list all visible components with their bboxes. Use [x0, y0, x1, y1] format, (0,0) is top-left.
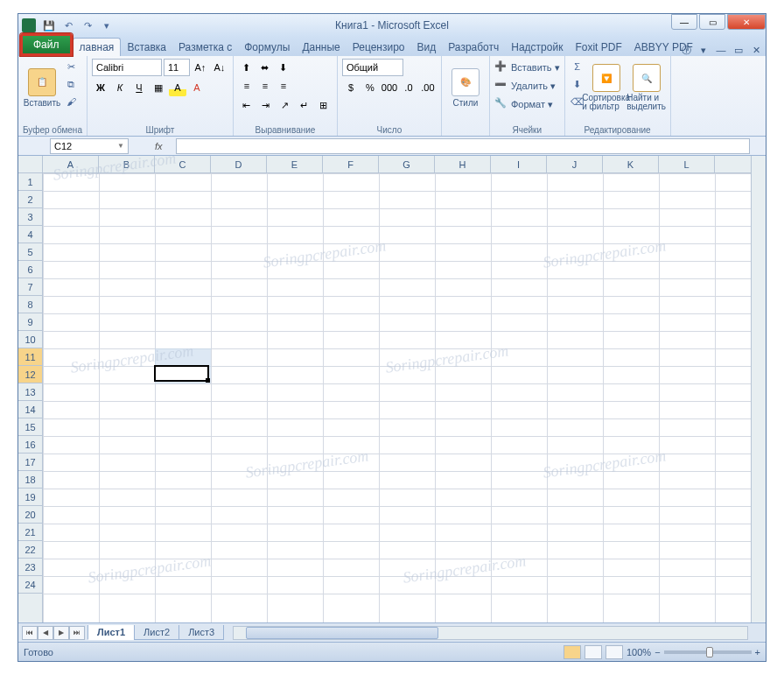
font-color-icon[interactable]: A: [188, 79, 206, 96]
sheet-nav-next-icon[interactable]: ▶: [53, 626, 69, 640]
row-header[interactable]: 9: [18, 313, 42, 331]
sheet-nav-last-icon[interactable]: ⏭: [69, 626, 85, 640]
close-button[interactable]: ✕: [727, 14, 766, 30]
row-header[interactable]: 17: [18, 454, 42, 471]
row-header[interactable]: 19: [18, 489, 42, 506]
tab-layout[interactable]: Разметка с: [172, 39, 238, 56]
qat-more-icon[interactable]: ▾: [99, 18, 115, 33]
row-header[interactable]: 16: [18, 436, 42, 454]
tab-developer[interactable]: Разработч: [442, 39, 505, 56]
column-header[interactable]: C: [155, 156, 211, 172]
column-header[interactable]: E: [267, 156, 323, 172]
name-box-dropdown-icon[interactable]: ▼: [117, 142, 124, 150]
row-header[interactable]: 4: [18, 226, 42, 243]
column-header[interactable]: I: [491, 156, 547, 172]
column-header[interactable]: A: [43, 156, 99, 172]
styles-button[interactable]: 🎨 Стили: [446, 59, 485, 116]
increase-decimal-icon[interactable]: .0: [400, 79, 417, 96]
sheet-nav-prev-icon[interactable]: ◀: [38, 626, 53, 640]
fx-button[interactable]: fx: [155, 141, 172, 151]
row-header[interactable]: 2: [18, 191, 42, 208]
column-header[interactable]: G: [379, 156, 435, 172]
tab-foxit[interactable]: Foxit PDF: [569, 39, 627, 56]
column-header[interactable]: B: [99, 156, 155, 172]
name-box[interactable]: C12 ▼: [50, 138, 129, 154]
maximize-button[interactable]: ▭: [699, 14, 725, 30]
formula-input[interactable]: [176, 138, 750, 154]
increase-font-icon[interactable]: A↑: [192, 59, 209, 76]
row-header[interactable]: 24: [18, 576, 42, 594]
align-top-icon[interactable]: ⬆: [238, 59, 256, 76]
tab-home[interactable]: лавная: [73, 38, 122, 56]
underline-button[interactable]: Ч: [130, 79, 148, 96]
redo-icon[interactable]: ↷: [80, 18, 95, 33]
minimize-button[interactable]: —: [671, 14, 697, 30]
page-layout-view-icon[interactable]: [584, 645, 602, 659]
fill-color-icon[interactable]: A: [169, 79, 186, 96]
vertical-scrollbar[interactable]: [751, 156, 766, 622]
tab-view[interactable]: Вид: [411, 39, 443, 56]
delete-cells-button[interactable]: ➖Удалить ▾: [494, 77, 560, 95]
decrease-indent-icon[interactable]: ⇤: [238, 96, 256, 114]
doc-restore-icon[interactable]: ▭: [732, 44, 745, 56]
row-header[interactable]: 15: [18, 418, 42, 436]
column-header[interactable]: D: [211, 156, 267, 172]
column-header[interactable]: K: [603, 156, 659, 172]
sheet-tab[interactable]: Лист3: [178, 625, 224, 640]
wrap-text-icon[interactable]: ↵: [296, 96, 313, 114]
doc-minimize-icon[interactable]: —: [715, 44, 727, 56]
tab-insert[interactable]: Вставка: [121, 39, 172, 56]
row-header[interactable]: 3: [18, 208, 42, 226]
sort-filter-button[interactable]: 🔽 Сортировка и фильтр: [587, 59, 626, 116]
cut-icon[interactable]: ✂: [63, 59, 79, 74]
row-header[interactable]: 5: [18, 243, 42, 261]
doc-close-icon[interactable]: ✕: [750, 44, 762, 56]
comma-icon[interactable]: 000: [381, 79, 398, 96]
column-header[interactable]: F: [323, 156, 379, 172]
merge-icon[interactable]: ⊞: [315, 96, 332, 114]
tab-addins[interactable]: Надстройк: [505, 39, 569, 56]
align-left-icon[interactable]: ≡: [238, 77, 256, 95]
column-header[interactable]: L: [659, 156, 715, 172]
row-header[interactable]: 22: [18, 541, 42, 559]
file-tab[interactable]: Файл: [20, 33, 73, 56]
zoom-out-button[interactable]: −: [654, 647, 660, 657]
bold-button[interactable]: Ж: [92, 79, 109, 96]
sheet-tab[interactable]: Лист1: [88, 625, 135, 640]
row-header[interactable]: 14: [18, 401, 42, 418]
autosum-icon[interactable]: Σ: [570, 59, 585, 74]
paste-button[interactable]: 📋 Вставить: [23, 59, 61, 116]
column-header[interactable]: H: [435, 156, 491, 172]
column-header[interactable]: J: [547, 156, 603, 172]
align-middle-icon[interactable]: ⬌: [256, 59, 274, 76]
insert-cells-button[interactable]: ➕Вставить ▾: [494, 59, 560, 76]
tab-data[interactable]: Данные: [296, 39, 346, 56]
percent-icon[interactable]: %: [361, 79, 379, 96]
row-header[interactable]: 7: [18, 278, 42, 296]
sheet-nav-first-icon[interactable]: ⏮: [22, 626, 38, 640]
row-header[interactable]: 20: [18, 506, 42, 524]
normal-view-icon[interactable]: [564, 645, 581, 659]
align-bottom-icon[interactable]: ⬇: [275, 59, 292, 76]
row-header[interactable]: 10: [18, 331, 42, 348]
minimize-ribbon-icon[interactable]: ▾: [697, 44, 710, 56]
row-header[interactable]: 8: [18, 296, 42, 313]
orientation-icon[interactable]: ↗: [276, 96, 294, 114]
format-painter-icon[interactable]: 🖌: [63, 94, 79, 109]
tab-review[interactable]: Рецензиро: [346, 39, 411, 56]
row-header[interactable]: 6: [18, 261, 42, 278]
font-size-select[interactable]: [164, 59, 190, 76]
format-cells-button[interactable]: 🔧Формат ▾: [494, 95, 560, 113]
border-icon[interactable]: ▦: [150, 79, 167, 96]
row-header[interactable]: 11: [18, 348, 42, 366]
active-cell[interactable]: [154, 365, 209, 382]
zoom-slider[interactable]: [664, 650, 752, 654]
copy-icon[interactable]: ⧉: [63, 76, 79, 92]
decrease-font-icon[interactable]: A↓: [211, 59, 228, 76]
number-format-select[interactable]: [342, 59, 403, 76]
row-header[interactable]: 13: [18, 383, 42, 401]
font-name-select[interactable]: [92, 59, 162, 76]
row-header[interactable]: 1: [18, 173, 42, 191]
fill-icon[interactable]: ⬇: [570, 76, 585, 92]
save-icon[interactable]: 💾: [41, 18, 57, 33]
